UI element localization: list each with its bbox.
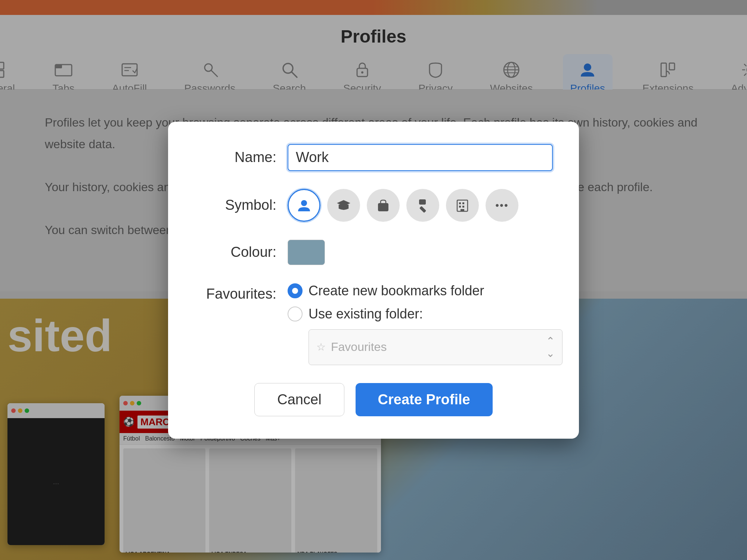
cancel-button[interactable]: Cancel [254,383,344,416]
new-folder-radio[interactable] [288,283,303,298]
folder-star-icon: ☆ [316,341,326,353]
symbol-person-button[interactable] [288,189,320,222]
name-row: Name: [194,144,553,171]
colour-label: Colour: [194,244,276,260]
symbol-label: Symbol: [194,197,276,213]
symbol-building-button[interactable] [446,189,479,222]
folder-name: Favourites [331,340,387,354]
create-profile-modal: Name: Symbol: [168,122,579,439]
colour-row: Colour: [194,240,553,265]
symbol-options: ••• [288,189,518,222]
svg-rect-31 [459,206,461,208]
symbol-more-button[interactable]: ••• [486,189,518,222]
svg-rect-29 [459,202,461,204]
existing-folder-label: Use existing folder: [309,306,423,322]
existing-folder-radio[interactable] [288,307,303,321]
name-input[interactable] [288,144,553,171]
svg-rect-32 [462,206,464,208]
symbol-graduation-button[interactable] [327,189,360,222]
existing-folder-option[interactable]: Use existing folder: [288,306,562,322]
symbol-bag-button[interactable] [367,189,400,222]
svg-rect-25 [378,203,388,211]
favourites-label: Favourites: [194,283,276,302]
new-folder-option[interactable]: Create new bookmarks folder [288,283,562,299]
svg-point-23 [301,200,307,206]
favourites-row: Favourites: Create new bookmarks folder … [194,283,553,365]
favourites-options: Create new bookmarks folder Use existing… [288,283,562,365]
svg-rect-26 [419,206,426,212]
symbol-hammer-button[interactable] [406,189,439,222]
chevron-updown-icon: ⌃⌄ [546,335,555,360]
svg-rect-27 [419,199,426,205]
symbol-row: Symbol: [194,189,553,222]
modal-buttons: Cancel Create Profile [194,383,553,416]
new-folder-label: Create new bookmarks folder [309,283,484,299]
svg-rect-30 [462,202,464,204]
folder-select-dropdown[interactable]: ☆ Favourites ⌃⌄ [309,329,562,365]
create-profile-button[interactable]: Create Profile [356,383,493,416]
modal-overlay: Name: Symbol: [0,0,747,560]
colour-swatch-button[interactable] [288,240,325,265]
svg-rect-33 [461,209,464,211]
name-label: Name: [194,149,276,165]
